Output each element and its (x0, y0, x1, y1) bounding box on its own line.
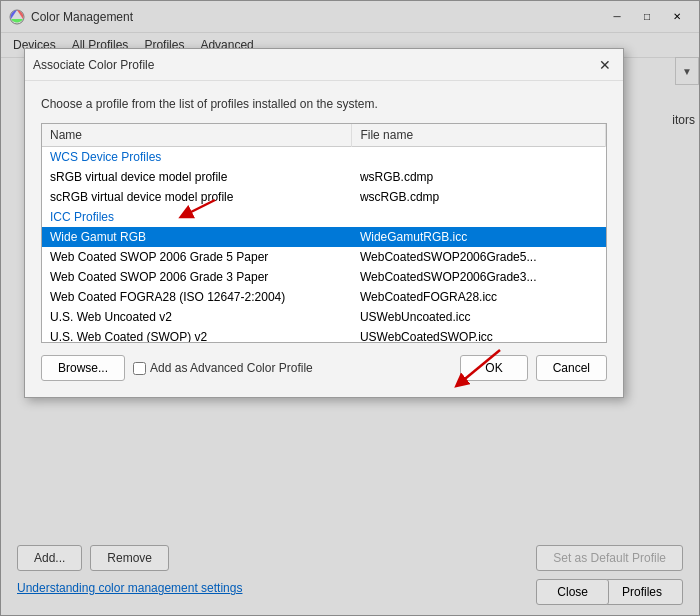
table-row[interactable]: Web Coated SWOP 2006 Grade 3 PaperWebCoa… (42, 267, 606, 287)
profile-name-cell: U.S. Web Uncoated v2 (42, 307, 352, 327)
table-row[interactable]: U.S. Web Coated (SWOP) v2USWebCoatedSWOP… (42, 327, 606, 343)
profile-name-cell: Wide Gamut RGB (42, 227, 352, 247)
profile-name-cell: scRGB virtual device model profile (42, 187, 352, 207)
profile-list: WCS Device ProfilessRGB virtual device m… (42, 147, 606, 344)
dialog-description: Choose a profile from the list of profil… (41, 97, 607, 111)
dialog-body: Choose a profile from the list of profil… (25, 81, 623, 397)
column-filename: File name (352, 124, 606, 147)
cancel-button[interactable]: Cancel (536, 355, 607, 381)
dialog-ok-cancel: OK Cancel (460, 355, 607, 381)
table-row[interactable]: scRGB virtual device model profilewscRGB… (42, 187, 606, 207)
profile-name-cell: Web Coated SWOP 2006 Grade 5 Paper (42, 247, 352, 267)
profile-filename-cell: WebCoatedFOGRA28.icc (352, 287, 606, 307)
dialog-title-bar: Associate Color Profile ✕ (25, 49, 623, 81)
advanced-color-profile-checkbox[interactable] (133, 362, 146, 375)
profile-filename-cell: WebCoatedSWOP2006Grade3... (352, 267, 606, 287)
table-row[interactable]: Web Coated FOGRA28 (ISO 12647-2:2004)Web… (42, 287, 606, 307)
table-row[interactable]: sRGB virtual device model profilewsRGB.c… (42, 167, 606, 187)
table-header-row: Name File name (42, 124, 606, 147)
profile-filename-cell: USWebCoatedSWOP.icc (352, 327, 606, 343)
profile-name-cell: U.S. Web Coated (SWOP) v2 (42, 327, 352, 343)
checkbox-text: Add as Advanced Color Profile (150, 361, 313, 375)
profile-list-container[interactable]: Name File name WCS Device ProfilessRGB v… (41, 123, 607, 343)
table-row[interactable]: Web Coated SWOP 2006 Grade 5 PaperWebCoa… (42, 247, 606, 267)
ok-button[interactable]: OK (460, 355, 527, 381)
dialog-footer: Browse... Add as Advanced Color Profile … (41, 355, 607, 381)
profile-name-cell: Web Coated SWOP 2006 Grade 3 Paper (42, 267, 352, 287)
dialog-title: Associate Color Profile (33, 58, 154, 72)
profile-name-cell: sRGB virtual device model profile (42, 167, 352, 187)
associate-color-profile-dialog: Associate Color Profile ✕ Choose a profi… (24, 48, 624, 398)
profile-table: Name File name WCS Device ProfilessRGB v… (42, 124, 606, 343)
profile-filename-cell: USWebUncoated.icc (352, 307, 606, 327)
advanced-color-profile-label[interactable]: Add as Advanced Color Profile (133, 361, 452, 375)
column-name: Name (42, 124, 352, 147)
table-row[interactable]: U.S. Web Uncoated v2USWebUncoated.icc (42, 307, 606, 327)
profile-filename-cell: WebCoatedSWOP2006Grade5... (352, 247, 606, 267)
profile-name-cell: Web Coated FOGRA28 (ISO 12647-2:2004) (42, 287, 352, 307)
browse-button[interactable]: Browse... (41, 355, 125, 381)
dialog-close-button[interactable]: ✕ (595, 55, 615, 75)
table-row[interactable]: ICC Profiles (42, 207, 606, 227)
table-row[interactable]: Wide Gamut RGBWideGamutRGB.icc (42, 227, 606, 247)
profile-filename-cell: wsRGB.cdmp (352, 167, 606, 187)
profile-filename-cell: wscRGB.cdmp (352, 187, 606, 207)
table-row[interactable]: WCS Device Profiles (42, 147, 606, 168)
profile-filename-cell: WideGamutRGB.icc (352, 227, 606, 247)
